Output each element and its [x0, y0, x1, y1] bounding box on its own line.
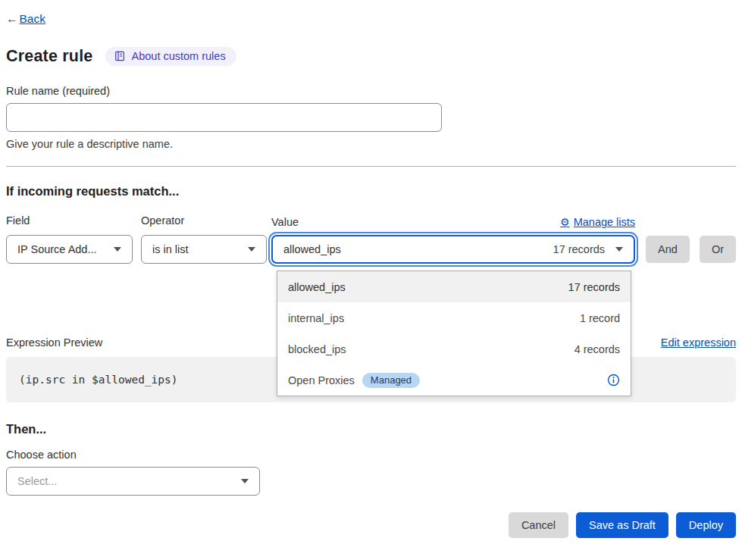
manage-lists-label: Manage lists: [574, 216, 635, 228]
and-button[interactable]: And: [646, 236, 690, 263]
info-icon[interactable]: [607, 374, 620, 386]
field-label: Field: [6, 214, 133, 227]
list-item-blocked-ips[interactable]: blocked_ips 4 records: [277, 333, 631, 364]
list-item-records-count: 1 record: [580, 312, 620, 324]
chevron-down-icon: [114, 247, 121, 252]
value-select-records-count: 17 records: [553, 243, 606, 255]
expression-code: (ip.src in $allowed_ips): [19, 374, 178, 386]
field-select-value: IP Source Add...: [17, 243, 105, 255]
action-select[interactable]: Select...: [6, 467, 260, 496]
gear-icon: ⚙︎: [560, 216, 570, 228]
list-item-name: Open Proxies: [288, 374, 355, 386]
field-select[interactable]: IP Source Add...: [6, 235, 133, 264]
operator-label: Operator: [141, 214, 267, 227]
then-section-heading: Then...: [6, 422, 736, 436]
section-divider: [6, 166, 736, 167]
book-icon: [114, 50, 126, 62]
about-custom-rules-badge[interactable]: About custom rules: [105, 47, 236, 66]
deploy-button[interactable]: Deploy: [676, 512, 736, 538]
list-item-open-proxies[interactable]: Open Proxies Managed: [277, 364, 631, 396]
value-label: Value: [271, 216, 299, 228]
rule-name-label: Rule name (required): [6, 85, 736, 97]
back-link[interactable]: ←Back: [6, 12, 45, 25]
cancel-button[interactable]: Cancel: [509, 512, 568, 538]
chevron-down-icon: [248, 247, 255, 252]
save-as-draft-button[interactable]: Save as Draft: [576, 512, 668, 538]
value-select-value: allowed_ips: [283, 243, 553, 255]
about-badge-label: About custom rules: [132, 50, 226, 62]
operator-select[interactable]: is in list: [141, 235, 267, 264]
create-rule-page: ←Back Create rule About custom rules Rul…: [0, 12, 742, 551]
list-item-name: blocked_ips: [288, 343, 346, 355]
list-item-name: allowed_ips: [288, 281, 346, 293]
page-title: Create rule: [6, 47, 93, 66]
rule-name-input[interactable]: [6, 103, 442, 132]
choose-action-label: Choose action: [6, 449, 736, 461]
list-item-records-count: 4 records: [575, 343, 620, 355]
rule-name-helper: Give your rule a descriptive name.: [6, 138, 736, 150]
match-section-heading: If incoming requests match...: [6, 184, 736, 199]
expression-preview-label: Expression Preview: [6, 336, 102, 349]
manage-lists-link[interactable]: ⚙︎ Manage lists: [560, 216, 635, 228]
or-button[interactable]: Or: [700, 236, 736, 263]
managed-badge: Managed: [362, 373, 420, 388]
edit-expression-link[interactable]: Edit expression: [661, 336, 736, 349]
chevron-down-icon: [615, 247, 623, 252]
value-dropdown-menu: allowed_ips 17 records internal_ips 1 re…: [277, 271, 631, 396]
value-select[interactable]: allowed_ips 17 records: [271, 235, 635, 264]
list-item-allowed-ips[interactable]: allowed_ips 17 records: [277, 271, 631, 302]
back-link-label: Back: [20, 12, 45, 25]
back-arrow-icon: ←: [6, 12, 18, 26]
list-item-records-count: 17 records: [568, 281, 621, 293]
action-select-placeholder: Select...: [17, 475, 232, 487]
list-item-internal-ips[interactable]: internal_ips 1 record: [277, 302, 631, 333]
chevron-down-icon: [241, 479, 249, 483]
list-item-name: internal_ips: [288, 312, 344, 324]
operator-select-value: is in list: [152, 243, 239, 255]
